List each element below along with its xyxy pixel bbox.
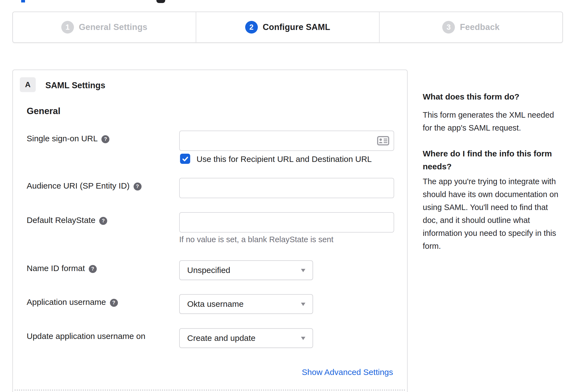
step-3-number-badge: 3 bbox=[442, 21, 455, 34]
step-3-label: Feedback bbox=[460, 22, 500, 32]
step-feedback[interactable]: 3 Feedback bbox=[379, 12, 562, 42]
section-dotted-divider bbox=[15, 390, 405, 391]
help-icon[interactable]: ? bbox=[99, 217, 107, 225]
help-icon[interactable]: ? bbox=[89, 265, 97, 273]
audience-uri-input[interactable] bbox=[179, 178, 394, 198]
sidebar-body-what: This form generates the XML needed for t… bbox=[423, 109, 564, 134]
help-icon[interactable]: ? bbox=[134, 183, 142, 191]
contact-card-icon[interactable] bbox=[377, 136, 389, 145]
single-sign-on-url-input[interactable] bbox=[179, 131, 394, 151]
chevron-down-icon bbox=[301, 337, 305, 340]
sidebar-heading-where: Where do I find the info this form needs… bbox=[423, 147, 564, 173]
step-configure-saml[interactable]: 2 Configure SAML bbox=[196, 12, 379, 42]
page-title-fragment-blue bbox=[21, 0, 25, 2]
update-application-username-value: Create and update bbox=[187, 333, 256, 343]
step-1-label: General Settings bbox=[79, 22, 148, 32]
application-username-value: Okta username bbox=[187, 299, 244, 309]
checkmark-icon bbox=[182, 156, 189, 162]
help-icon[interactable]: ? bbox=[110, 299, 118, 307]
show-advanced-settings-link[interactable]: Show Advanced Settings bbox=[302, 368, 393, 377]
update-application-username-label: Update application username on bbox=[27, 332, 145, 341]
panel-title: SAML Settings bbox=[45, 81, 105, 90]
relaystate-helper-text: If no value is set, a blank RelayState i… bbox=[179, 235, 333, 244]
application-username-label: Application username? bbox=[27, 297, 118, 307]
default-relaystate-input[interactable] bbox=[179, 212, 394, 233]
single-sign-on-url-label: Single sign-on URL? bbox=[27, 134, 109, 143]
use-for-recipient-destination-checkbox[interactable] bbox=[180, 154, 190, 164]
page-title-fragment-black bbox=[156, 0, 165, 3]
default-relaystate-label: Default RelayState? bbox=[27, 216, 107, 225]
checkbox-label: Use this for Recipient URL and Destinati… bbox=[197, 154, 372, 164]
audience-uri-label: Audience URI (SP Entity ID)? bbox=[27, 181, 142, 191]
setup-wizard-stepper: 1 General Settings 2 Configure SAML 3 Fe… bbox=[12, 12, 563, 43]
sidebar-heading-what: What does this form do? bbox=[423, 90, 564, 103]
application-username-select[interactable]: Okta username bbox=[179, 294, 313, 314]
step-1-number-badge: 1 bbox=[61, 21, 74, 34]
step-2-number-badge: 2 bbox=[245, 21, 258, 34]
saml-settings-panel: A SAML Settings General Single sign-on U… bbox=[12, 70, 408, 392]
update-application-username-select[interactable]: Create and update bbox=[179, 328, 313, 348]
help-icon[interactable]: ? bbox=[101, 135, 109, 143]
chevron-down-icon bbox=[301, 269, 305, 272]
name-id-format-value: Unspecified bbox=[187, 266, 230, 275]
step-general-settings[interactable]: 1 General Settings bbox=[13, 12, 196, 42]
section-a-badge: A bbox=[20, 77, 36, 92]
chevron-down-icon bbox=[301, 303, 305, 306]
name-id-format-label: Name ID format? bbox=[27, 264, 97, 273]
sidebar-body-where: The app you're trying to integrate with … bbox=[423, 175, 564, 253]
step-2-label: Configure SAML bbox=[263, 22, 330, 32]
general-section-heading: General bbox=[27, 106, 60, 116]
name-id-format-select[interactable]: Unspecified bbox=[179, 260, 313, 280]
